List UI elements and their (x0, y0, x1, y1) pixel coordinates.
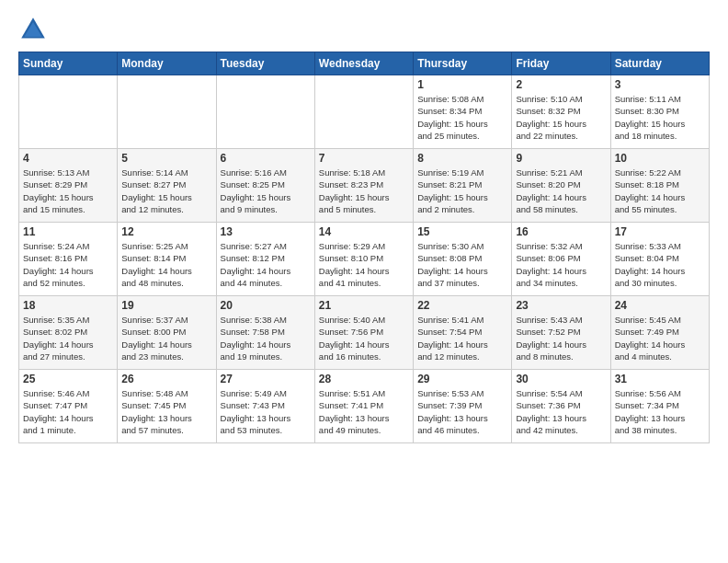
day-number: 31 (615, 373, 705, 385)
day-info: Sunrise: 5:46 AM Sunset: 7:47 PM Dayligh… (23, 387, 113, 436)
calendar-cell: 7Sunrise: 5:18 AM Sunset: 8:23 PM Daylig… (314, 149, 413, 223)
week-row-0: 1Sunrise: 5:08 AM Sunset: 8:34 PM Daylig… (19, 75, 710, 149)
calendar-cell (216, 75, 314, 149)
calendar-cell (118, 75, 216, 149)
calendar-cell: 26Sunrise: 5:48 AM Sunset: 7:45 PM Dayli… (118, 370, 216, 443)
calendar-cell: 14Sunrise: 5:29 AM Sunset: 8:10 PM Dayli… (314, 223, 413, 296)
day-info: Sunrise: 5:32 AM Sunset: 8:06 PM Dayligh… (516, 240, 606, 289)
day-number: 9 (516, 152, 606, 165)
day-number: 24 (615, 299, 705, 312)
day-number: 28 (319, 373, 409, 385)
day-number: 26 (121, 373, 211, 385)
day-info: Sunrise: 5:56 AM Sunset: 7:34 PM Dayligh… (615, 387, 705, 436)
day-number: 30 (516, 373, 606, 385)
day-number: 1 (417, 78, 507, 91)
day-number: 7 (319, 152, 409, 165)
day-info: Sunrise: 5:16 AM Sunset: 8:25 PM Dayligh… (221, 167, 311, 215)
week-row-4: 25Sunrise: 5:46 AM Sunset: 7:47 PM Dayli… (19, 370, 710, 443)
header-cell-monday: Monday (118, 52, 216, 75)
day-number: 11 (23, 225, 113, 238)
calendar-cell: 4Sunrise: 5:13 AM Sunset: 8:29 PM Daylig… (19, 149, 118, 223)
header-cell-wednesday: Wednesday (314, 52, 413, 75)
day-number: 2 (516, 78, 606, 91)
day-number: 3 (615, 78, 705, 91)
day-number: 14 (319, 225, 409, 238)
calendar-cell: 30Sunrise: 5:54 AM Sunset: 7:36 PM Dayli… (512, 370, 610, 443)
day-info: Sunrise: 5:14 AM Sunset: 8:27 PM Dayligh… (121, 167, 211, 215)
day-info: Sunrise: 5:54 AM Sunset: 7:36 PM Dayligh… (516, 387, 606, 436)
calendar-cell: 21Sunrise: 5:40 AM Sunset: 7:56 PM Dayli… (314, 296, 413, 370)
day-info: Sunrise: 5:27 AM Sunset: 8:12 PM Dayligh… (221, 240, 311, 289)
day-info: Sunrise: 5:49 AM Sunset: 7:43 PM Dayligh… (221, 387, 311, 436)
day-number: 20 (221, 299, 311, 312)
day-info: Sunrise: 5:08 AM Sunset: 8:34 PM Dayligh… (417, 93, 507, 142)
calendar-body: 1Sunrise: 5:08 AM Sunset: 8:34 PM Daylig… (19, 75, 710, 443)
day-info: Sunrise: 5:29 AM Sunset: 8:10 PM Dayligh… (319, 240, 409, 289)
calendar-cell: 25Sunrise: 5:46 AM Sunset: 7:47 PM Dayli… (19, 370, 118, 443)
logo-icon (18, 15, 48, 44)
day-number: 29 (417, 373, 507, 385)
day-number: 15 (417, 225, 507, 238)
day-info: Sunrise: 5:35 AM Sunset: 8:02 PM Dayligh… (23, 314, 113, 362)
calendar-cell: 31Sunrise: 5:56 AM Sunset: 7:34 PM Dayli… (610, 370, 709, 443)
calendar-cell: 11Sunrise: 5:24 AM Sunset: 8:16 PM Dayli… (19, 223, 118, 296)
day-number: 25 (23, 373, 113, 385)
logo (18, 15, 51, 44)
day-info: Sunrise: 5:37 AM Sunset: 8:00 PM Dayligh… (121, 314, 211, 362)
day-info: Sunrise: 5:51 AM Sunset: 7:41 PM Dayligh… (319, 387, 409, 436)
day-number: 19 (121, 299, 211, 312)
day-number: 22 (417, 299, 507, 312)
day-info: Sunrise: 5:45 AM Sunset: 7:49 PM Dayligh… (615, 314, 705, 362)
header-cell-saturday: Saturday (610, 52, 709, 75)
header-cell-friday: Friday (512, 52, 610, 75)
calendar-cell: 23Sunrise: 5:43 AM Sunset: 7:52 PM Dayli… (512, 296, 610, 370)
week-row-3: 18Sunrise: 5:35 AM Sunset: 8:02 PM Dayli… (19, 296, 710, 370)
day-info: Sunrise: 5:13 AM Sunset: 8:29 PM Dayligh… (23, 167, 113, 215)
calendar-cell (314, 75, 413, 149)
day-number: 18 (23, 299, 113, 312)
day-number: 10 (615, 152, 705, 165)
day-info: Sunrise: 5:48 AM Sunset: 7:45 PM Dayligh… (121, 387, 211, 436)
week-row-1: 4Sunrise: 5:13 AM Sunset: 8:29 PM Daylig… (19, 149, 710, 223)
header-cell-sunday: Sunday (19, 52, 118, 75)
day-info: Sunrise: 5:53 AM Sunset: 7:39 PM Dayligh… (417, 387, 507, 436)
calendar-cell: 22Sunrise: 5:41 AM Sunset: 7:54 PM Dayli… (414, 296, 512, 370)
calendar-cell (19, 75, 118, 149)
calendar-cell: 15Sunrise: 5:30 AM Sunset: 8:08 PM Dayli… (414, 223, 512, 296)
day-number: 16 (516, 225, 606, 238)
day-number: 27 (221, 373, 311, 385)
header-cell-thursday: Thursday (414, 52, 512, 75)
calendar-cell: 10Sunrise: 5:22 AM Sunset: 8:18 PM Dayli… (610, 149, 709, 223)
day-info: Sunrise: 5:33 AM Sunset: 8:04 PM Dayligh… (615, 240, 705, 289)
calendar-cell: 2Sunrise: 5:10 AM Sunset: 8:32 PM Daylig… (512, 75, 610, 149)
calendar-cell: 8Sunrise: 5:19 AM Sunset: 8:21 PM Daylig… (414, 149, 512, 223)
calendar-cell: 20Sunrise: 5:38 AM Sunset: 7:58 PM Dayli… (216, 296, 314, 370)
calendar-cell: 9Sunrise: 5:21 AM Sunset: 8:20 PM Daylig… (512, 149, 610, 223)
calendar-cell: 16Sunrise: 5:32 AM Sunset: 8:06 PM Dayli… (512, 223, 610, 296)
day-info: Sunrise: 5:38 AM Sunset: 7:58 PM Dayligh… (221, 314, 311, 362)
day-number: 13 (221, 225, 311, 238)
header-row: SundayMondayTuesdayWednesdayThursdayFrid… (19, 52, 710, 75)
day-number: 6 (221, 152, 311, 165)
calendar-cell: 1Sunrise: 5:08 AM Sunset: 8:34 PM Daylig… (414, 75, 512, 149)
calendar-cell: 5Sunrise: 5:14 AM Sunset: 8:27 PM Daylig… (118, 149, 216, 223)
day-number: 17 (615, 225, 705, 238)
day-number: 21 (319, 299, 409, 312)
day-info: Sunrise: 5:30 AM Sunset: 8:08 PM Dayligh… (417, 240, 507, 289)
calendar-header: SundayMondayTuesdayWednesdayThursdayFrid… (19, 52, 710, 75)
calendar-cell: 3Sunrise: 5:11 AM Sunset: 8:30 PM Daylig… (610, 75, 709, 149)
page: SundayMondayTuesdayWednesdayThursdayFrid… (0, 0, 728, 563)
day-info: Sunrise: 5:19 AM Sunset: 8:21 PM Dayligh… (417, 167, 507, 215)
day-info: Sunrise: 5:22 AM Sunset: 8:18 PM Dayligh… (615, 167, 705, 215)
day-info: Sunrise: 5:41 AM Sunset: 7:54 PM Dayligh… (417, 314, 507, 362)
calendar-cell: 18Sunrise: 5:35 AM Sunset: 8:02 PM Dayli… (19, 296, 118, 370)
header-cell-tuesday: Tuesday (216, 52, 314, 75)
day-number: 12 (121, 225, 211, 238)
day-info: Sunrise: 5:25 AM Sunset: 8:14 PM Dayligh… (121, 240, 211, 289)
day-number: 5 (121, 152, 211, 165)
calendar-cell: 19Sunrise: 5:37 AM Sunset: 8:00 PM Dayli… (118, 296, 216, 370)
calendar-cell: 24Sunrise: 5:45 AM Sunset: 7:49 PM Dayli… (610, 296, 709, 370)
day-info: Sunrise: 5:10 AM Sunset: 8:32 PM Dayligh… (516, 93, 606, 142)
header (18, 15, 710, 44)
day-info: Sunrise: 5:40 AM Sunset: 7:56 PM Dayligh… (319, 314, 409, 362)
